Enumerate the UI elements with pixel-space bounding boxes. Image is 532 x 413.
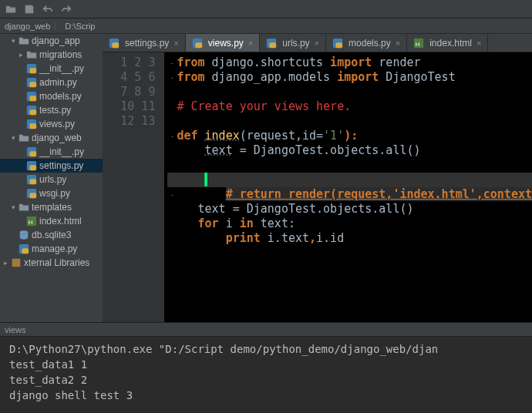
twisty-icon[interactable]: ▸ bbox=[15, 51, 26, 59]
tree-item--init-py[interactable]: __init__.py bbox=[0, 145, 103, 159]
bottom-tab-label[interactable]: views bbox=[5, 325, 26, 334]
svg-rect-29 bbox=[270, 42, 277, 48]
fold-icon[interactable] bbox=[167, 143, 177, 158]
tree-label: xternal Libraries bbox=[24, 257, 89, 268]
py-icon bbox=[26, 146, 37, 157]
code-line-3[interactable] bbox=[167, 85, 532, 99]
tree-label: tests.py bbox=[39, 105, 71, 116]
tab-label: models.py bbox=[348, 38, 391, 49]
code-line-4[interactable]: # Create your views here. bbox=[167, 99, 532, 114]
tree-item-db-sqlite3[interactable]: db.sqlite3 bbox=[0, 228, 103, 242]
breadcrumb: django_web 〉 D:\Scrip bbox=[0, 18, 532, 34]
twisty-icon[interactable]: ▾ bbox=[8, 134, 19, 142]
fold-icon[interactable]: - bbox=[167, 187, 177, 202]
tab-index-html[interactable]: Hindex.html× bbox=[407, 34, 488, 52]
tree-item-django-app[interactable]: ▾django_app bbox=[0, 34, 103, 48]
fold-icon[interactable] bbox=[167, 99, 177, 114]
py-icon bbox=[26, 105, 37, 116]
gutter: 1 2 3 4 5 6 7 8 9 10 11 12 13 bbox=[103, 52, 164, 322]
tree-item-manage-py[interactable]: manage.py bbox=[0, 242, 103, 256]
tab-settings-py[interactable]: settings.py× bbox=[103, 34, 186, 52]
code-line-5[interactable] bbox=[167, 114, 532, 129]
fold-icon[interactable]: - bbox=[167, 129, 177, 143]
svg-rect-31 bbox=[335, 42, 342, 48]
lib-icon bbox=[11, 257, 22, 268]
svg-rect-13 bbox=[29, 165, 36, 170]
open-icon[interactable] bbox=[5, 3, 17, 15]
tree-label: django_app bbox=[32, 35, 80, 46]
main: ▾django_app▸migrations__init__.pyadmin.p… bbox=[0, 34, 532, 322]
save-icon[interactable] bbox=[23, 3, 35, 15]
py-icon bbox=[332, 38, 343, 49]
tree-item-urls-py[interactable]: urls.py bbox=[0, 173, 103, 186]
code-line-6[interactable]: -def index(request,id='1'): bbox=[167, 129, 532, 143]
svg-rect-1 bbox=[29, 68, 36, 73]
code-line-8[interactable] bbox=[167, 158, 532, 173]
fold-icon[interactable] bbox=[167, 231, 177, 246]
twisty-icon[interactable]: ▸ bbox=[0, 259, 11, 267]
breadcrumb-path: D:\Scrip bbox=[65, 22, 95, 31]
tree-item-templates[interactable]: ▾templates bbox=[0, 200, 103, 214]
tree-item--init-py[interactable]: __init__.py bbox=[0, 62, 103, 76]
code-line-1[interactable]: -from django.shortcuts import render bbox=[167, 55, 532, 70]
bottom-tab-bar[interactable]: views bbox=[0, 322, 532, 336]
fold-icon[interactable] bbox=[167, 202, 177, 217]
code-line-11[interactable]: text = DjangoTest.objects.all() bbox=[167, 202, 532, 217]
dir-icon bbox=[19, 35, 29, 46]
tab-urls-py[interactable]: urls.py× bbox=[260, 34, 326, 52]
redo-icon[interactable] bbox=[60, 3, 72, 15]
fold-icon[interactable]: - bbox=[167, 70, 177, 85]
code-lines[interactable]: -from django.shortcuts import render-fro… bbox=[164, 52, 532, 322]
tab-label: views.py bbox=[208, 38, 244, 49]
twisty-icon[interactable]: ▾ bbox=[8, 37, 19, 45]
fold-icon[interactable] bbox=[167, 173, 177, 187]
fold-icon[interactable] bbox=[167, 217, 177, 231]
html-icon: H bbox=[413, 38, 424, 49]
tab-models-py[interactable]: models.py× bbox=[326, 34, 407, 52]
tree-label: settings.py bbox=[39, 160, 83, 171]
project-tree[interactable]: ▾django_app▸migrations__init__.pyadmin.p… bbox=[0, 34, 103, 322]
twisty-icon[interactable]: ▾ bbox=[8, 203, 19, 211]
code-line-12[interactable]: for i in text: bbox=[167, 217, 532, 231]
undo-icon[interactable] bbox=[42, 3, 54, 15]
tree-item-settings-py[interactable]: settings.py bbox=[0, 159, 103, 173]
close-icon[interactable]: × bbox=[173, 39, 178, 48]
py-icon bbox=[26, 119, 37, 129]
tree-label: migrations bbox=[39, 49, 82, 60]
close-icon[interactable]: × bbox=[476, 39, 481, 48]
close-icon[interactable]: × bbox=[248, 39, 253, 48]
tree-label: manage.py bbox=[32, 243, 77, 254]
tree-label: index.html bbox=[39, 216, 82, 227]
tab-views-py[interactable]: views.py× bbox=[186, 34, 260, 52]
tree-item-index-html[interactable]: Hindex.html bbox=[0, 214, 103, 228]
fold-icon[interactable]: - bbox=[167, 55, 177, 70]
fold-icon[interactable] bbox=[167, 158, 177, 173]
tree-label: django_web bbox=[32, 133, 82, 143]
py-icon bbox=[26, 188, 37, 199]
code-line-9[interactable]: ▍ bbox=[167, 173, 532, 187]
code-editor[interactable]: 1 2 3 4 5 6 7 8 9 10 11 12 13 -from djan… bbox=[103, 52, 532, 322]
py-icon bbox=[26, 174, 37, 185]
tree-item-views-py[interactable]: views.py bbox=[0, 117, 103, 131]
tree-item-migrations[interactable]: ▸migrations bbox=[0, 48, 103, 62]
tree-item-xternal-libraries[interactable]: ▸xternal Libraries bbox=[0, 256, 103, 270]
fold-icon[interactable] bbox=[167, 85, 177, 99]
code-line-13[interactable]: print i.text,i.id bbox=[167, 231, 532, 246]
tree-item-django-web[interactable]: ▾django_web bbox=[0, 131, 103, 145]
fold-icon[interactable] bbox=[167, 114, 177, 129]
code-line-10[interactable]: - # return render(request,'index.html',c… bbox=[167, 187, 532, 202]
editor-tabs: settings.py×views.py×urls.py×models.py×H… bbox=[103, 34, 532, 52]
tree-label: urls.py bbox=[39, 174, 66, 185]
close-icon[interactable]: × bbox=[396, 39, 400, 48]
code-line-2[interactable]: -from django_app.models import DjangoTes… bbox=[167, 70, 532, 85]
code-line-7[interactable]: text = DjangoTest.objects.all() bbox=[167, 143, 532, 158]
close-icon[interactable]: × bbox=[315, 39, 319, 48]
tree-item-models-py[interactable]: models.py bbox=[0, 89, 103, 103]
tree-item-admin-py[interactable]: admin.py bbox=[0, 76, 103, 89]
tree-item-tests-py[interactable]: tests.py bbox=[0, 103, 103, 117]
py-icon bbox=[266, 38, 277, 49]
run-console[interactable]: D:\Python27\python.exe "D:/Script demo/p… bbox=[0, 336, 532, 413]
tree-label: models.py bbox=[39, 91, 82, 102]
breadcrumb-project[interactable]: django_web bbox=[5, 22, 50, 31]
tree-item-wsgi-py[interactable]: wsgi.py bbox=[0, 186, 103, 200]
